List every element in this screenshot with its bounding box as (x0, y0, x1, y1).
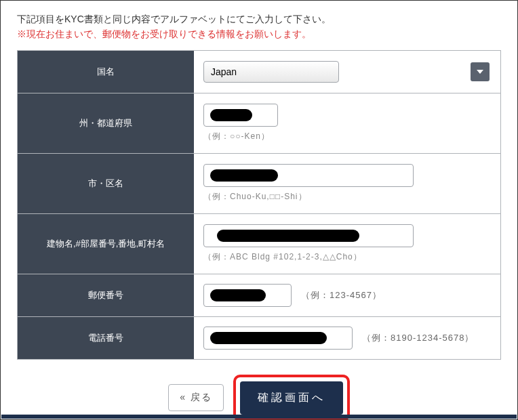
label-address: 建物名,#部屋番号,番地,町村名 (18, 214, 194, 274)
label-country: 国名 (18, 51, 194, 93)
button-bar: « 戻る 確認画面へ (17, 360, 501, 420)
row-address: 建物名,#部屋番号,番地,町村名 （例：ABC Bldg #102,1-2-3,… (18, 214, 500, 274)
kyc-form-table: 国名 Japan 州・都道府県 （例：○○-Ken） (17, 50, 501, 360)
label-tel: 電話番号 (18, 317, 194, 359)
row-city: 市・区名 （例：Chuo-Ku,□□-Shi） (18, 154, 500, 214)
chevron-down-icon (471, 62, 490, 81)
tel-input[interactable] (203, 327, 353, 350)
row-zip: 郵便番号 （例：123-4567） (18, 274, 500, 317)
city-hint: （例：Chuo-Ku,□□-Shi） (203, 191, 491, 203)
confirm-highlight: 確認画面へ (233, 375, 350, 420)
row-tel: 電話番号 （例：8190-1234-5678） (18, 317, 500, 359)
country-select[interactable]: Japan (203, 61, 339, 83)
instruction-text: 下記項目をKYC書類と同じ内容でアルファベットにてご入力して下さい。 (17, 12, 501, 26)
row-country: 国名 Japan (18, 51, 500, 93)
tel-hint: （例：8190-1234-5678） (362, 332, 474, 344)
label-zip: 郵便番号 (18, 274, 194, 316)
label-state: 州・都道府県 (18, 93, 194, 153)
state-hint: （例：○○-Ken） (203, 131, 491, 142)
address-hint: （例：ABC Bldg #102,1-2-3,△△Cho） (203, 251, 491, 263)
state-input[interactable] (203, 104, 278, 127)
zip-input[interactable] (203, 284, 292, 307)
label-city: 市・区名 (18, 154, 194, 213)
footer-strip (1, 415, 517, 419)
zip-hint: （例：123-4567） (301, 289, 382, 301)
confirm-button[interactable]: 確認画面へ (240, 381, 343, 415)
address-input[interactable] (203, 224, 414, 247)
warning-text: ※現在お住まいで、郵便物をお受け取りできる情報をお願いします。 (17, 26, 501, 41)
back-button[interactable]: « 戻る (168, 384, 224, 411)
row-state: 州・都道府県 （例：○○-Ken） (18, 93, 500, 154)
city-input[interactable] (203, 164, 414, 187)
